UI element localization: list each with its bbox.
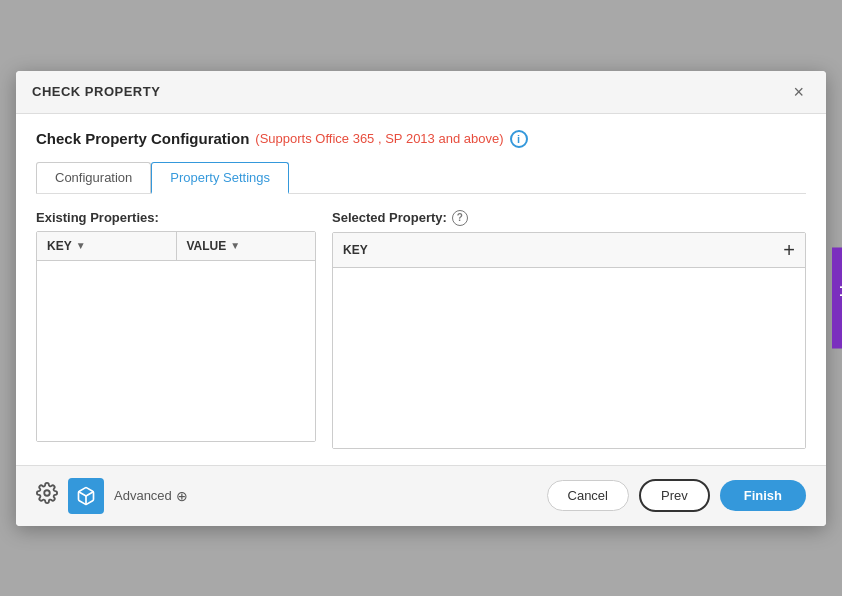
config-title-row: Check Property Configuration (Supports O… (36, 130, 806, 148)
selected-key-col-text: KEY (343, 243, 783, 257)
config-subtitle: (Supports Office 365 , SP 2013 and above… (255, 131, 503, 146)
key-column-header: KEY ▼ (37, 232, 177, 260)
value-column-header: VALUE ▼ (177, 232, 316, 260)
modal-body: Check Property Configuration (Supports O… (16, 114, 826, 465)
close-button[interactable]: × (787, 81, 810, 103)
footer-right: Cancel Prev Finish (547, 479, 806, 512)
existing-table-header: KEY ▼ VALUE ▼ (37, 232, 315, 261)
key-filter-icon[interactable]: ▼ (76, 240, 86, 251)
prev-button[interactable]: Prev (639, 479, 710, 512)
config-title-text: Check Property Configuration (36, 130, 249, 147)
tab-property-settings[interactable]: Property Settings (151, 162, 289, 194)
svg-point-0 (44, 490, 50, 496)
value-filter-icon[interactable]: ▼ (230, 240, 240, 251)
tab-configuration[interactable]: Configuration (36, 162, 151, 193)
selected-property-table: KEY + (332, 232, 806, 449)
existing-properties-label: Existing Properties: (36, 210, 316, 225)
selected-table-body (333, 268, 805, 448)
info-icon[interactable]: i (510, 130, 528, 148)
modal-footer: Advanced ⊕ Cancel Prev Finish (16, 465, 826, 526)
existing-properties-table: KEY ▼ VALUE ▼ (36, 231, 316, 442)
right-panel: Selected Property: ? KEY + (332, 210, 806, 449)
selected-property-label: Selected Property: ? (332, 210, 806, 226)
modal-container: CHECK PROPERTY × Check Property Configur… (16, 71, 826, 526)
selected-table-header: KEY + (333, 233, 805, 268)
content-area: Existing Properties: KEY ▼ VALUE ▼ (36, 210, 806, 449)
key-col-text: KEY (47, 239, 72, 253)
gear-button[interactable] (36, 482, 58, 509)
existing-table-body (37, 261, 315, 441)
selected-property-text: Selected Property: (332, 210, 447, 225)
left-panel: Existing Properties: KEY ▼ VALUE ▼ (36, 210, 316, 449)
add-property-button[interactable]: + (783, 240, 795, 260)
modal-title: CHECK PROPERTY (32, 84, 160, 99)
value-col-text: VALUE (187, 239, 227, 253)
modal-header: CHECK PROPERTY × (16, 71, 826, 114)
cancel-button[interactable]: Cancel (547, 480, 629, 511)
box-icon-button[interactable] (68, 478, 104, 514)
tabs-container: Configuration Property Settings (36, 162, 806, 194)
finish-button[interactable]: Finish (720, 480, 806, 511)
advanced-plus-icon: ⊕ (176, 488, 188, 504)
footer-left: Advanced ⊕ (36, 478, 188, 514)
help-icon[interactable]: ? (452, 210, 468, 226)
advanced-label: Advanced (114, 488, 172, 503)
app-data-sidebar[interactable]: ‹ App Data (832, 247, 842, 348)
advanced-link[interactable]: Advanced ⊕ (114, 488, 188, 504)
